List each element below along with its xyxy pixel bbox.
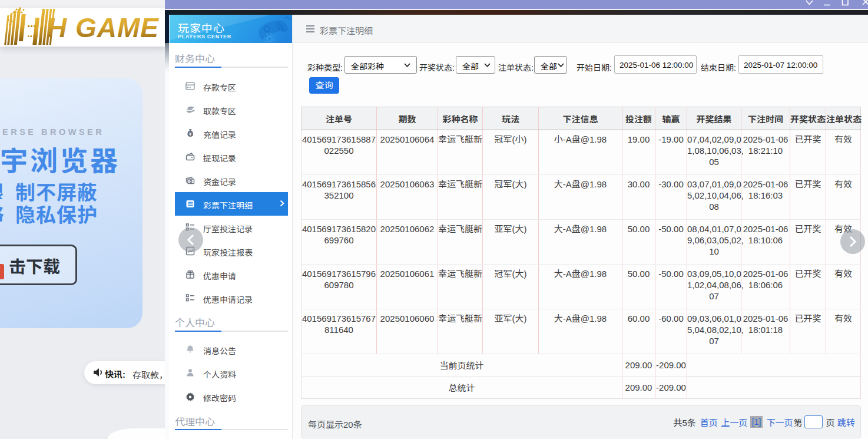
svg-text:H GAME: H GAME: [47, 12, 159, 43]
